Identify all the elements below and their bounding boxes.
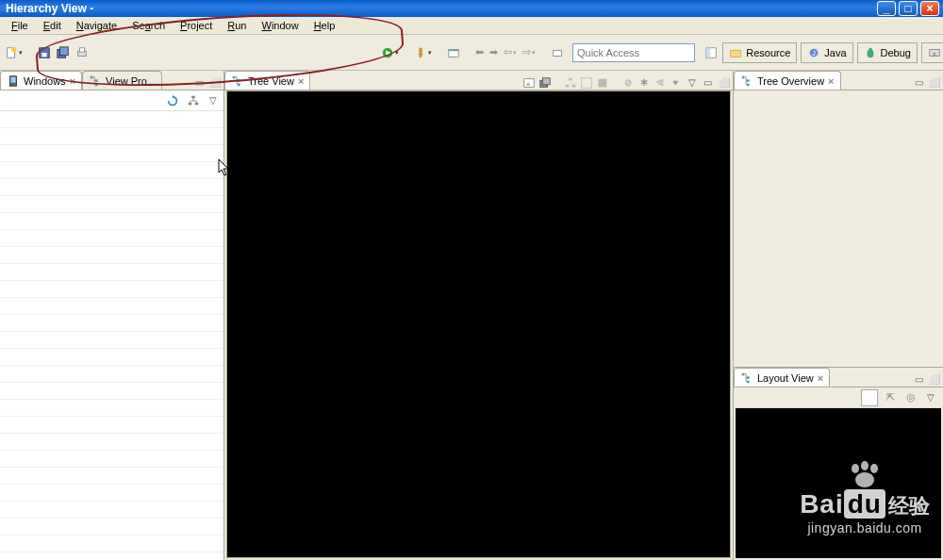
center-panel: Tree View × ⊘ ✱ ⫷ ♥ ▽ ▭ ⬜ xyxy=(224,71,734,560)
tree-overview-panel: Tree Overview × ▭ ⬜ xyxy=(734,71,943,368)
perspective-cpp[interactable]: c C/C++ xyxy=(921,42,943,63)
star-icon: ✱ xyxy=(640,77,648,88)
nav-left-button[interactable]: ⇦▾ xyxy=(503,42,518,63)
svg-rect-51 xyxy=(742,372,745,375)
perspective-debug[interactable]: Debug xyxy=(857,42,918,63)
pin-editor-button[interactable] xyxy=(550,42,565,63)
view-menu-button[interactable]: ▽ xyxy=(206,93,220,107)
minimize-view-button[interactable]: ▭ xyxy=(192,75,207,90)
right-arrow-icon: ⇨ xyxy=(522,46,531,58)
layout-view-canvas[interactable] xyxy=(736,408,941,558)
save-all-button[interactable] xyxy=(56,42,71,63)
search-tb-button[interactable]: ▾ xyxy=(413,42,433,63)
dump-button[interactable] xyxy=(595,75,609,90)
svg-text:J: J xyxy=(813,49,817,56)
menu-help[interactable]: Help xyxy=(306,18,343,33)
close-button[interactable]: × xyxy=(920,1,939,16)
stop-icon: ⊘ xyxy=(624,77,632,88)
layout-view-panel: Layout View × ▭ ⬜ ⇱ ◎ ▽ xyxy=(734,368,943,560)
run-button[interactable]: ▾ xyxy=(380,42,400,63)
max-view-layout[interactable]: ⬜ xyxy=(927,372,941,387)
request-layout-button[interactable] xyxy=(579,75,593,90)
tab-treeview[interactable]: Tree View × xyxy=(224,71,310,90)
svg-rect-45 xyxy=(571,84,575,87)
lv-btn2[interactable]: ⇱ xyxy=(882,389,899,406)
svg-rect-33 xyxy=(191,95,195,98)
tree2-button[interactable]: ⫷ xyxy=(653,75,667,90)
minimize-button[interactable]: _ xyxy=(877,1,896,16)
right-panel: Tree Overview × ▭ ⬜ Layout View × ▭ xyxy=(734,71,943,560)
capture-button[interactable] xyxy=(538,75,552,90)
svg-point-1 xyxy=(11,46,16,51)
svg-rect-28 xyxy=(10,76,15,82)
lv-menu-button[interactable]: ▽ xyxy=(923,390,937,404)
menu-file[interactable]: FFileile xyxy=(4,18,36,33)
close-icon[interactable]: × xyxy=(70,75,75,87)
close-icon[interactable]: × xyxy=(818,372,823,384)
tab-windows[interactable]: Windows × xyxy=(0,71,82,90)
save-png-button[interactable] xyxy=(521,75,536,90)
perspective-java[interactable]: J Java xyxy=(801,42,852,63)
pin-icon xyxy=(551,46,564,59)
view-menu-center[interactable]: ▽ xyxy=(685,75,699,90)
open-perspective-button[interactable] xyxy=(703,42,719,63)
tree-view-canvas[interactable] xyxy=(226,91,731,558)
maximize-button[interactable]: □ xyxy=(899,1,918,16)
svg-rect-13 xyxy=(449,49,459,51)
app-title: Hierarchy View - xyxy=(6,2,93,15)
refresh-button[interactable] xyxy=(164,92,181,109)
close-icon[interactable]: × xyxy=(828,75,834,87)
back-icon: ⬅ xyxy=(475,46,484,58)
svg-rect-7 xyxy=(79,47,84,51)
folder-icon xyxy=(729,46,742,59)
left-tabs: Windows × View Pro... ▭ ⬜ xyxy=(0,71,223,91)
nav-fwd-button[interactable]: ➡ xyxy=(488,42,499,63)
svg-rect-48 xyxy=(742,75,745,78)
max-view-overview[interactable]: ⬜ xyxy=(927,75,941,90)
new-button[interactable]: ▾ xyxy=(4,42,24,63)
min-view-layout[interactable]: ▭ xyxy=(912,372,926,387)
java-icon: J xyxy=(807,46,820,59)
close-icon[interactable]: × xyxy=(298,75,304,87)
min-view-overview[interactable]: ▭ xyxy=(912,75,926,90)
forward-icon: ➡ xyxy=(489,46,498,58)
dump-icon xyxy=(596,76,609,90)
tree-icon xyxy=(740,371,753,385)
perspective-icon xyxy=(704,46,718,59)
profile-button[interactable]: ✱ xyxy=(637,75,651,90)
perspective-resource[interactable]: Resource xyxy=(722,42,797,63)
quick-access-input[interactable] xyxy=(572,43,695,62)
save-button[interactable] xyxy=(37,42,52,63)
heart-button[interactable]: ♥ xyxy=(669,75,683,90)
lv-btn3[interactable]: ◎ xyxy=(902,389,919,406)
svg-rect-52 xyxy=(747,376,750,379)
load-hierarchy-button[interactable] xyxy=(185,92,202,109)
tab-layoutview[interactable]: Layout View × xyxy=(734,368,830,387)
menu-window[interactable]: Window xyxy=(254,18,306,33)
invalidate-button[interactable] xyxy=(563,75,577,90)
min-view-center[interactable]: ▭ xyxy=(701,75,715,90)
tab-treeoverview[interactable]: Tree Overview × xyxy=(734,71,841,90)
menu-edit[interactable]: Edit xyxy=(36,18,69,33)
svg-rect-49 xyxy=(747,79,750,82)
tree-overview-canvas[interactable] xyxy=(734,91,943,367)
svg-rect-53 xyxy=(747,380,750,383)
window-buttons: _ □ × xyxy=(877,1,939,16)
lv-white-button[interactable] xyxy=(861,389,878,406)
nav-back-button[interactable]: ⬅ xyxy=(474,42,485,63)
tree-gray-icon xyxy=(564,76,577,90)
max-view-center[interactable]: ⬜ xyxy=(717,75,731,90)
menu-run[interactable]: Run xyxy=(220,18,254,33)
nav-right-button[interactable]: ⇨▾ xyxy=(521,42,537,63)
menu-project[interactable]: Project xyxy=(173,18,220,33)
maximize-view-button[interactable]: ⬜ xyxy=(207,75,222,90)
device-icon xyxy=(7,74,20,88)
svg-rect-30 xyxy=(95,79,98,82)
open-type-button[interactable] xyxy=(446,42,461,63)
menu-search[interactable]: Search xyxy=(124,18,173,33)
print-button[interactable] xyxy=(74,42,90,63)
stop-button[interactable]: ⊘ xyxy=(620,75,635,90)
tab-viewpro[interactable]: View Pro... xyxy=(82,71,162,90)
svg-rect-50 xyxy=(747,83,750,86)
menu-navigate[interactable]: Navigate xyxy=(69,18,124,33)
